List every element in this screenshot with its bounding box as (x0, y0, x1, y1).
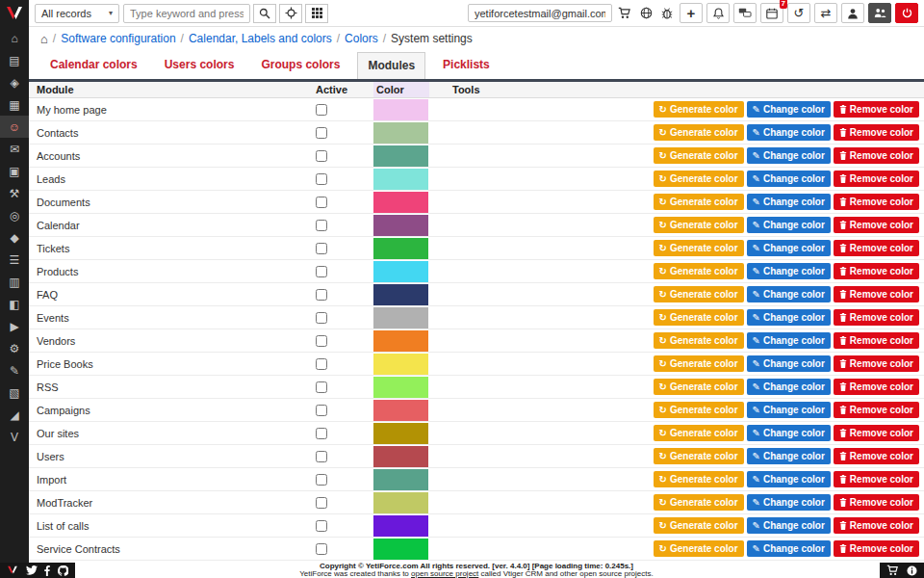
sidebar-records-icon[interactable]: ☰ (0, 249, 29, 271)
remove-color-button[interactable]: Remove color (834, 309, 919, 326)
active-checkbox[interactable] (316, 150, 327, 162)
grid-button[interactable] (305, 4, 328, 23)
sidebar-tools-icon[interactable]: ⚒ (0, 182, 29, 204)
footer-cart-icon[interactable] (886, 565, 899, 576)
color-swatch[interactable] (373, 99, 428, 120)
generate-color-button[interactable]: ↻Generate color (654, 263, 744, 279)
remove-color-button[interactable]: Remove color (834, 355, 919, 372)
generate-color-button[interactable]: ↻Generate color (654, 517, 744, 534)
records-filter-select[interactable]: All records ▾ (35, 4, 119, 23)
change-color-button[interactable]: ✎Change color (747, 217, 831, 233)
add-button[interactable]: + (680, 3, 703, 23)
bug-icon[interactable] (658, 7, 676, 19)
sidebar-companies-icon[interactable]: ▤ (0, 49, 29, 71)
remove-color-button[interactable]: Remove color (834, 263, 919, 279)
active-checkbox[interactable] (316, 312, 327, 324)
generate-color-button[interactable]: ↻Generate color (654, 286, 744, 302)
remove-color-button[interactable]: Remove color (834, 101, 919, 118)
generate-color-button[interactable]: ↻Generate color (654, 379, 744, 395)
github-icon[interactable] (58, 565, 68, 576)
sidebar-settings-icon[interactable]: ⚙ (0, 337, 29, 359)
facebook-icon[interactable] (44, 565, 50, 576)
change-color-button[interactable]: ✎Change color (747, 171, 831, 187)
change-color-button[interactable]: ✎Change color (747, 240, 831, 256)
generate-color-button[interactable]: ↻Generate color (654, 309, 744, 326)
generate-color-button[interactable]: ↻Generate color (654, 448, 744, 464)
active-checkbox[interactable] (316, 520, 327, 532)
generate-color-button[interactable]: ↻Generate color (654, 540, 744, 557)
tab-groups-colors[interactable]: Groups colors (251, 52, 349, 79)
logout-button[interactable] (895, 3, 918, 23)
change-color-button[interactable]: ✎Change color (747, 355, 831, 372)
active-checkbox[interactable] (316, 197, 327, 208)
change-color-button[interactable]: ✎Change color (747, 286, 831, 302)
change-color-button[interactable]: ✎Change color (747, 194, 831, 210)
color-swatch[interactable] (373, 330, 428, 352)
active-checkbox[interactable] (316, 289, 327, 301)
active-checkbox[interactable] (316, 474, 327, 486)
change-color-button[interactable]: ✎Change color (747, 332, 831, 349)
active-checkbox[interactable] (316, 405, 327, 416)
tab-calendar-colors[interactable]: Calendar colors (40, 52, 147, 79)
color-swatch[interactable] (373, 192, 428, 213)
generate-color-button[interactable]: ↻Generate color (654, 147, 744, 164)
change-color-button[interactable]: ✎Change color (747, 471, 831, 487)
change-color-button[interactable]: ✎Change color (747, 517, 831, 534)
active-checkbox[interactable] (316, 243, 327, 254)
generate-color-button[interactable]: ↻Generate color (654, 402, 744, 418)
color-swatch[interactable] (373, 215, 428, 236)
generate-color-button[interactable]: ↻Generate color (654, 494, 744, 511)
change-color-button[interactable]: ✎Change color (747, 540, 831, 557)
remove-color-button[interactable]: Remove color (834, 379, 919, 395)
sidebar-home-icon[interactable]: ⌂ (0, 27, 29, 49)
generate-color-button[interactable]: ↻Generate color (654, 425, 744, 441)
remove-color-button[interactable]: Remove color (834, 332, 919, 349)
active-checkbox[interactable] (316, 104, 327, 116)
generate-color-button[interactable]: ↻Generate color (654, 194, 744, 210)
sidebar-documents-icon[interactable]: ▧ (0, 381, 29, 404)
active-checkbox[interactable] (316, 543, 327, 555)
sidebar-storage-icon[interactable]: ▥ (0, 271, 29, 293)
change-color-button[interactable]: ✎Change color (747, 448, 831, 464)
breadcrumb-colors[interactable]: Colors (345, 32, 378, 45)
change-color-button[interactable]: ✎Change color (747, 101, 831, 118)
change-color-button[interactable]: ✎Change color (747, 402, 831, 418)
yetiforce-footer-logo[interactable] (7, 565, 18, 575)
breadcrumb-software-configuration[interactable]: Software configuration (61, 32, 175, 45)
remove-color-button[interactable]: Remove color (834, 517, 919, 534)
twitter-icon[interactable] (26, 565, 38, 575)
sidebar-marketing-icon[interactable]: ▶ (0, 315, 29, 337)
remove-color-button[interactable]: Remove color (834, 494, 919, 511)
remove-color-button[interactable]: Remove color (834, 194, 919, 210)
tab-users-colors[interactable]: Users colors (155, 52, 244, 79)
email-input[interactable] (468, 4, 612, 22)
breadcrumb-calendar-labels-and-colors[interactable]: Calendar, Labels and colors (189, 32, 332, 45)
generate-color-button[interactable]: ↻Generate color (654, 217, 744, 233)
color-swatch[interactable] (373, 261, 428, 282)
history-button[interactable]: ↺ (787, 3, 810, 23)
change-color-button[interactable]: ✎Change color (747, 494, 831, 511)
sidebar-assistance-icon[interactable]: ☺ (0, 116, 29, 138)
color-swatch[interactable] (373, 515, 428, 537)
sidebar-analytics-icon[interactable]: ◢ (0, 404, 29, 426)
generate-color-button[interactable]: ↻Generate color (654, 471, 744, 487)
active-checkbox[interactable] (316, 335, 327, 347)
remove-color-button[interactable]: Remove color (834, 402, 919, 418)
tab-modules[interactable]: Modules (357, 52, 425, 79)
generate-color-button[interactable]: ↻Generate color (654, 240, 744, 256)
active-checkbox[interactable] (316, 127, 327, 139)
remove-color-button[interactable]: Remove color (834, 448, 919, 464)
color-swatch[interactable] (373, 354, 428, 375)
color-swatch[interactable] (373, 145, 428, 167)
sidebar-integration-icon[interactable]: ◧ (0, 293, 29, 315)
change-color-button[interactable]: ✎Change color (747, 124, 831, 141)
calendar-button[interactable]: 7 (760, 3, 783, 23)
chat-button[interactable] (733, 3, 757, 23)
generate-color-button[interactable]: ↻Generate color (654, 171, 744, 187)
change-color-button[interactable]: ✎Change color (747, 263, 831, 279)
notifications-button[interactable] (706, 3, 730, 23)
change-color-button[interactable]: ✎Change color (747, 309, 831, 326)
switch-button[interactable]: ⇄ (814, 3, 837, 23)
globe-icon[interactable] (637, 7, 654, 19)
remove-color-button[interactable]: Remove color (834, 171, 919, 187)
